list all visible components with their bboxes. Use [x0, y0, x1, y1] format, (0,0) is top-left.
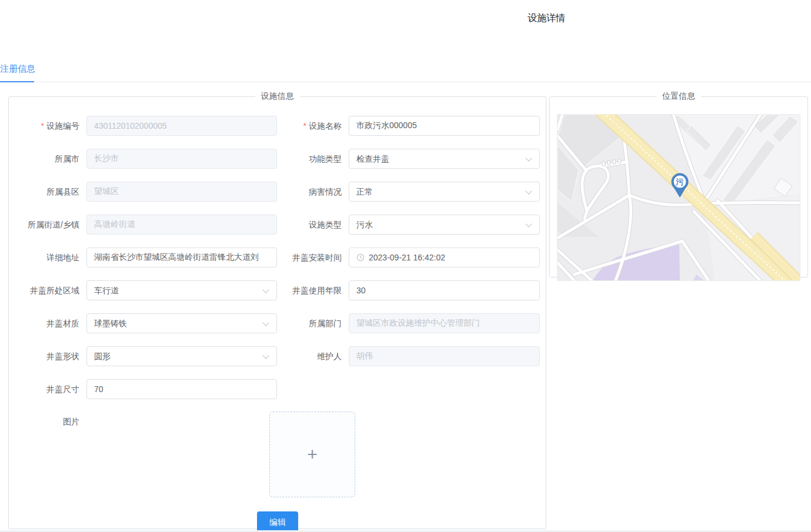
field-row: 井盖形状 圆形 维护人 — [9, 346, 546, 366]
tab-active-indicator — [0, 81, 34, 83]
cover-material-select[interactable]: 球墨铸铁 — [86, 313, 277, 333]
photo-label: 图片 — [9, 411, 79, 431]
edit-button[interactable]: 编辑 — [257, 511, 298, 532]
function-type-select[interactable]: 检查井盖 — [349, 149, 540, 169]
field-row: 详细地址 井盖安装时间 2023-09-21 16:42:02 — [9, 247, 546, 267]
chevron-down-icon — [262, 286, 269, 293]
facility-no-label: *设施编号 — [9, 116, 79, 136]
location-info-legend: 位置信息 — [656, 91, 701, 102]
map-pin-label: 污 — [676, 178, 684, 186]
county-input — [86, 182, 277, 202]
address-label: 详细地址 — [9, 247, 79, 267]
field-row: 所属县区 病害情况 正常 — [9, 182, 546, 202]
service-life-label: 井盖使用年限 — [271, 280, 342, 300]
location-info-panel: 位置信息 — [549, 91, 808, 277]
function-type-label: 功能类型 — [271, 149, 342, 169]
maintainer-input — [349, 346, 540, 366]
facility-no-input — [86, 116, 277, 136]
chevron-down-icon — [262, 319, 269, 326]
cover-material-label: 井盖材质 — [9, 313, 79, 333]
field-row: 所属街道/乡镇 设施类型 污水 — [9, 215, 546, 235]
service-life-input[interactable] — [349, 280, 540, 300]
facility-info-legend: 设施信息 — [255, 91, 300, 102]
address-input[interactable] — [86, 247, 277, 267]
facility-type-select[interactable]: 污水 — [349, 215, 540, 235]
cover-shape-label: 井盖形状 — [9, 346, 79, 366]
department-label: 所属部门 — [271, 313, 342, 333]
maintainer-label: 维护人 — [271, 346, 342, 366]
plus-icon: + — [307, 446, 318, 463]
field-row: 所属市 功能类型 检查井盖 — [9, 149, 546, 169]
field-row: *设施编号 *设施名称 — [9, 116, 546, 136]
chevron-down-icon — [525, 220, 532, 227]
chevron-down-icon — [525, 155, 532, 161]
disease-status-select[interactable]: 正常 — [349, 182, 540, 202]
tab-register-info[interactable]: 注册信息 — [0, 63, 35, 75]
chevron-down-icon — [525, 188, 532, 194]
required-marker: * — [41, 121, 44, 131]
facility-info-panel: 设施信息 *设施编号 *设施名称 所属市 功能类型 检查井盖 所属县区 病害情况… — [8, 91, 546, 529]
clock-icon — [356, 253, 365, 262]
facility-name-input[interactable] — [349, 116, 540, 136]
field-row: 井盖材质 球墨铸铁 所属部门 — [9, 313, 546, 333]
cover-size-label: 井盖尺寸 — [9, 379, 79, 399]
street-input — [86, 215, 277, 235]
field-row: 井盖尺寸 — [9, 379, 546, 399]
required-marker: * — [303, 121, 306, 131]
map-canvas: 污 — [558, 115, 800, 281]
department-input — [349, 313, 540, 333]
install-time-label: 井盖安装时间 — [271, 247, 342, 267]
install-time-picker[interactable]: 2023-09-21 16:42:02 — [349, 247, 540, 267]
cover-size-input[interactable] — [86, 379, 277, 399]
chevron-down-icon — [262, 352, 269, 359]
city-label: 所属市 — [9, 149, 79, 169]
photo-upload-box[interactable]: + — [269, 411, 355, 497]
street-label: 所属街道/乡镇 — [9, 215, 79, 235]
page-title: 设施详情 — [528, 12, 565, 25]
facility-type-label: 设施类型 — [271, 215, 342, 235]
city-input — [86, 149, 277, 169]
cover-shape-select[interactable]: 圆形 — [86, 346, 277, 366]
facility-name-label: *设施名称 — [271, 116, 342, 136]
cover-area-select[interactable]: 车行道 — [86, 280, 277, 300]
field-row: 井盖所处区域 车行道 井盖使用年限 — [9, 280, 546, 300]
county-label: 所属县区 — [9, 182, 79, 202]
disease-status-label: 病害情况 — [271, 182, 342, 202]
cover-area-label: 井盖所处区域 — [9, 280, 79, 300]
tab-divider — [0, 82, 811, 83]
map[interactable]: 污 — [557, 114, 800, 281]
